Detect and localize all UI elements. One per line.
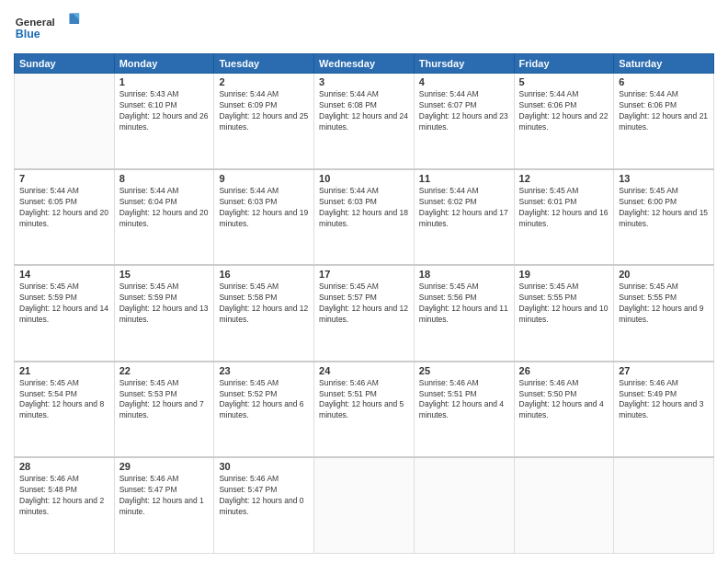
logo-area: General Blue: [14, 9, 87, 46]
calendar-cell: 15Sunrise: 5:45 AMSunset: 5:59 PMDayligh…: [114, 265, 214, 361]
cell-info: Sunrise: 5:45 AMSunset: 6:01 PMDaylight:…: [519, 186, 609, 230]
day-number: 15: [119, 269, 210, 280]
day-number: 30: [219, 461, 309, 472]
calendar-cell: 2Sunrise: 5:44 AMSunset: 6:09 PMDaylight…: [214, 74, 314, 169]
calendar-cell: 6Sunrise: 5:44 AMSunset: 6:06 PMDaylight…: [614, 74, 714, 169]
cell-info: Sunrise: 5:44 AMSunset: 6:08 PMDaylight:…: [319, 89, 409, 133]
calendar-cell: 12Sunrise: 5:45 AMSunset: 6:01 PMDayligh…: [514, 169, 614, 265]
calendar-cell: 27Sunrise: 5:46 AMSunset: 5:49 PMDayligh…: [614, 362, 714, 457]
week-row-3: 21Sunrise: 5:45 AMSunset: 5:54 PMDayligh…: [15, 362, 714, 457]
day-number: 14: [19, 269, 109, 280]
cell-info: Sunrise: 5:44 AMSunset: 6:06 PMDaylight:…: [519, 89, 609, 133]
weekday-header-sunday: Sunday: [15, 54, 115, 74]
week-row-0: 1Sunrise: 5:43 AMSunset: 6:10 PMDaylight…: [15, 74, 714, 169]
page: General Blue SundayMondayTuesdayWednesda…: [0, 0, 728, 563]
calendar-cell: 20Sunrise: 5:45 AMSunset: 5:55 PMDayligh…: [614, 265, 714, 361]
day-number: 21: [19, 365, 109, 376]
cell-info: Sunrise: 5:44 AMSunset: 6:03 PMDaylight:…: [219, 186, 309, 230]
day-number: 4: [419, 76, 509, 87]
calendar-cell: [614, 457, 714, 553]
calendar-cell: 26Sunrise: 5:46 AMSunset: 5:50 PMDayligh…: [514, 362, 614, 457]
calendar-cell: 8Sunrise: 5:44 AMSunset: 6:04 PMDaylight…: [114, 169, 214, 265]
cell-info: Sunrise: 5:45 AMSunset: 5:56 PMDaylight:…: [419, 282, 509, 326]
day-number: 25: [419, 365, 509, 376]
day-number: 3: [319, 76, 409, 87]
day-number: 10: [319, 173, 409, 184]
day-number: 29: [119, 461, 210, 472]
weekday-header-tuesday: Tuesday: [214, 54, 314, 74]
cell-info: Sunrise: 5:46 AMSunset: 5:47 PMDaylight:…: [219, 474, 309, 518]
cell-info: Sunrise: 5:46 AMSunset: 5:49 PMDaylight:…: [619, 378, 709, 422]
day-number: 12: [519, 173, 609, 184]
day-number: 16: [219, 269, 309, 280]
day-number: 28: [19, 461, 109, 472]
day-number: 1: [119, 76, 210, 87]
day-number: 18: [419, 269, 509, 280]
cell-info: Sunrise: 5:44 AMSunset: 6:02 PMDaylight:…: [419, 186, 509, 230]
day-number: 26: [519, 365, 609, 376]
day-number: 6: [619, 76, 709, 87]
cell-info: Sunrise: 5:44 AMSunset: 6:09 PMDaylight:…: [219, 89, 309, 133]
cell-info: Sunrise: 5:44 AMSunset: 6:03 PMDaylight:…: [319, 186, 409, 230]
calendar-cell: 23Sunrise: 5:45 AMSunset: 5:52 PMDayligh…: [214, 362, 314, 457]
cell-info: Sunrise: 5:44 AMSunset: 6:05 PMDaylight:…: [19, 186, 109, 230]
calendar-cell: 24Sunrise: 5:46 AMSunset: 5:51 PMDayligh…: [314, 362, 415, 457]
calendar-cell: 21Sunrise: 5:45 AMSunset: 5:54 PMDayligh…: [15, 362, 115, 457]
day-number: 19: [519, 269, 609, 280]
day-number: 11: [419, 173, 509, 184]
calendar-cell: 3Sunrise: 5:44 AMSunset: 6:08 PMDaylight…: [314, 74, 415, 169]
calendar-cell: 4Sunrise: 5:44 AMSunset: 6:07 PMDaylight…: [414, 74, 514, 169]
cell-info: Sunrise: 5:45 AMSunset: 5:59 PMDaylight:…: [19, 282, 109, 326]
calendar-cell: 30Sunrise: 5:46 AMSunset: 5:47 PMDayligh…: [214, 457, 314, 553]
cell-info: Sunrise: 5:45 AMSunset: 5:53 PMDaylight:…: [119, 378, 210, 422]
day-number: 13: [619, 173, 709, 184]
calendar-cell: 14Sunrise: 5:45 AMSunset: 5:59 PMDayligh…: [15, 265, 115, 361]
cell-info: Sunrise: 5:46 AMSunset: 5:51 PMDaylight:…: [419, 378, 509, 422]
week-row-2: 14Sunrise: 5:45 AMSunset: 5:59 PMDayligh…: [15, 265, 714, 361]
calendar-cell: [314, 457, 415, 553]
weekday-header-saturday: Saturday: [614, 54, 714, 74]
day-number: 17: [319, 269, 409, 280]
cell-info: Sunrise: 5:45 AMSunset: 5:52 PMDaylight:…: [219, 378, 309, 422]
day-number: 5: [519, 76, 609, 87]
calendar-cell: [414, 457, 514, 553]
calendar-cell: 11Sunrise: 5:44 AMSunset: 6:02 PMDayligh…: [414, 169, 514, 265]
calendar-cell: 29Sunrise: 5:46 AMSunset: 5:47 PMDayligh…: [114, 457, 214, 553]
logo-svg: General Blue: [14, 9, 87, 46]
header: General Blue: [14, 9, 714, 46]
day-number: 9: [219, 173, 309, 184]
calendar-cell: 25Sunrise: 5:46 AMSunset: 5:51 PMDayligh…: [414, 362, 514, 457]
cell-info: Sunrise: 5:44 AMSunset: 6:07 PMDaylight:…: [419, 89, 509, 133]
cell-info: Sunrise: 5:46 AMSunset: 5:50 PMDaylight:…: [519, 378, 609, 422]
day-number: 22: [119, 365, 210, 376]
calendar-cell: 5Sunrise: 5:44 AMSunset: 6:06 PMDaylight…: [514, 74, 614, 169]
cell-info: Sunrise: 5:46 AMSunset: 5:51 PMDaylight:…: [319, 378, 409, 422]
cell-info: Sunrise: 5:44 AMSunset: 6:04 PMDaylight:…: [119, 186, 210, 230]
day-number: 2: [219, 76, 309, 87]
day-number: 7: [19, 173, 109, 184]
calendar-cell: 22Sunrise: 5:45 AMSunset: 5:53 PMDayligh…: [114, 362, 214, 457]
cell-info: Sunrise: 5:46 AMSunset: 5:47 PMDaylight:…: [119, 474, 210, 518]
calendar-cell: 16Sunrise: 5:45 AMSunset: 5:58 PMDayligh…: [214, 265, 314, 361]
calendar-cell: 1Sunrise: 5:43 AMSunset: 6:10 PMDaylight…: [114, 74, 214, 169]
weekday-header-thursday: Thursday: [414, 54, 514, 74]
calendar-table: SundayMondayTuesdayWednesdayThursdayFrid…: [14, 53, 714, 554]
cell-info: Sunrise: 5:45 AMSunset: 5:54 PMDaylight:…: [19, 378, 109, 422]
calendar-cell: 10Sunrise: 5:44 AMSunset: 6:03 PMDayligh…: [314, 169, 415, 265]
calendar-cell: 28Sunrise: 5:46 AMSunset: 5:48 PMDayligh…: [15, 457, 115, 553]
calendar-cell: 18Sunrise: 5:45 AMSunset: 5:56 PMDayligh…: [414, 265, 514, 361]
day-number: 27: [619, 365, 709, 376]
svg-text:General: General: [16, 17, 55, 28]
svg-text:Blue: Blue: [16, 28, 40, 40]
cell-info: Sunrise: 5:44 AMSunset: 6:06 PMDaylight:…: [619, 89, 709, 133]
cell-info: Sunrise: 5:45 AMSunset: 5:57 PMDaylight:…: [319, 282, 409, 326]
cell-info: Sunrise: 5:45 AMSunset: 6:00 PMDaylight:…: [619, 186, 709, 230]
calendar-cell: [15, 74, 115, 169]
calendar-cell: [514, 457, 614, 553]
cell-info: Sunrise: 5:43 AMSunset: 6:10 PMDaylight:…: [119, 89, 210, 133]
calendar-cell: 13Sunrise: 5:45 AMSunset: 6:00 PMDayligh…: [614, 169, 714, 265]
week-row-1: 7Sunrise: 5:44 AMSunset: 6:05 PMDaylight…: [15, 169, 714, 265]
cell-info: Sunrise: 5:45 AMSunset: 5:59 PMDaylight:…: [119, 282, 210, 326]
cell-info: Sunrise: 5:46 AMSunset: 5:48 PMDaylight:…: [19, 474, 109, 518]
day-number: 23: [219, 365, 309, 376]
